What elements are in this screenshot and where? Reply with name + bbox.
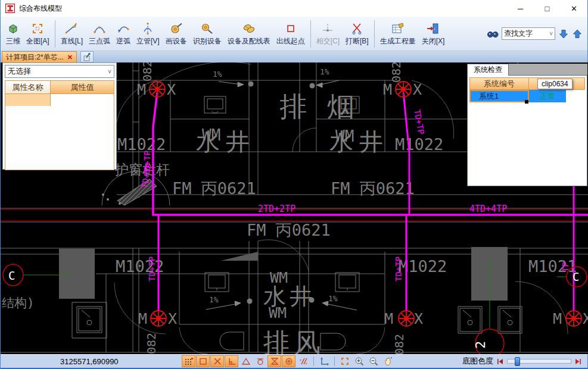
device-symbol xyxy=(151,311,166,326)
cad-canvas[interactable]: 1% 1% 1% 1% M1022 M1022 M1022 M1022 M102… xyxy=(1,62,588,354)
system-status-cell: 正常 xyxy=(529,90,566,102)
center-snap-toggle[interactable] xyxy=(282,355,295,367)
toolbar-separator xyxy=(55,20,55,48)
chroma-slider-thumb[interactable] xyxy=(515,357,520,366)
chevron-down-icon[interactable]: ˅ xyxy=(549,30,553,37)
tab-calc-project[interactable]: 计算项目:2*单芯... ✕ xyxy=(2,51,77,62)
svg-text:X: X xyxy=(583,310,588,327)
system-id-header[interactable]: 系统编号 xyxy=(469,77,529,90)
riser-icon xyxy=(141,21,155,36)
intersection-snap-toggle[interactable] xyxy=(210,355,224,367)
pin-icon xyxy=(82,52,92,62)
svg-text:1%: 1% xyxy=(328,294,338,303)
svg-text:4TD+4TP: 4TD+4TP xyxy=(469,204,507,214)
pin-tab-button[interactable] xyxy=(80,51,94,62)
app-window: 综合布线模型 ─ □ ✕ 三维 全图[A] 直线[L] 三点弧 逆弧 xyxy=(0,0,588,369)
properties-empty-area xyxy=(5,106,114,170)
prop-name-cell[interactable] xyxy=(5,93,51,106)
tab-system-check[interactable]: 系统检查 xyxy=(467,64,509,76)
pan-button[interactable] xyxy=(381,355,394,367)
svg-text:C: C xyxy=(8,269,15,282)
toolbar-btn-identify-device[interactable]: 识别设备 xyxy=(190,18,225,49)
reverse-arc-icon xyxy=(116,21,130,36)
chevron-down-icon[interactable]: ˅ xyxy=(108,68,111,75)
binoculars-icon xyxy=(487,28,499,40)
zoom-out-button[interactable] xyxy=(366,355,380,367)
svg-text:1%: 1% xyxy=(209,295,219,304)
parallel-snap-toggle[interactable] xyxy=(296,355,310,367)
toolbar-btn-line[interactable]: 直线[L] xyxy=(58,18,86,49)
coordinates-readout: 3125571,690990 xyxy=(60,357,132,366)
selection-handle[interactable] xyxy=(525,100,528,104)
toolbar-btn-device-wiring-table[interactable]: 设备及配线表 xyxy=(225,18,273,49)
svg-text:排风: 排风 xyxy=(263,327,325,354)
toolbar-btn-break[interactable]: 打断[B] xyxy=(343,18,372,49)
cross-icon xyxy=(213,357,222,365)
zoom-in-icon xyxy=(354,356,365,367)
statusbar-separator xyxy=(334,357,335,366)
cube-3d-icon xyxy=(6,21,20,36)
axes-icon xyxy=(319,357,329,366)
tangent-snap-toggle[interactable] xyxy=(253,355,267,367)
axes-toggle[interactable] xyxy=(317,355,331,367)
svg-text:1%: 1% xyxy=(213,70,222,79)
find-prev-button[interactable] xyxy=(572,29,583,39)
toolbar-btn-generate-quantities[interactable]: 生成工程量 xyxy=(377,18,419,49)
prop-name-header[interactable]: 属性名称 xyxy=(5,81,51,93)
zoom-out-icon xyxy=(368,356,379,367)
endpoint-snap-toggle[interactable] xyxy=(196,355,210,367)
search-input[interactable]: 查找文字 ˅ xyxy=(502,27,555,40)
selection-dropdown[interactable]: 无选择 ˅ xyxy=(5,65,114,78)
close-button[interactable]: ✕ xyxy=(561,0,587,17)
perpendicular-icon xyxy=(227,357,237,365)
prop-value-header[interactable]: 属性值 xyxy=(51,81,114,93)
toolbar-btn-reverse-arc[interactable]: 逆弧 xyxy=(113,18,133,49)
svg-text:FM 丙0621: FM 丙0621 xyxy=(331,179,415,198)
toolbar-btn-full-view[interactable]: 全图[A] xyxy=(23,18,52,49)
quantities-icon xyxy=(391,21,405,36)
toolbar-btn-close-model[interactable]: 关闭[X] xyxy=(419,18,448,49)
document-tabbar: 计算项目:2*单芯... ✕ xyxy=(1,51,587,62)
zoom-in-button[interactable] xyxy=(352,355,366,367)
draw-device-icon xyxy=(169,21,183,36)
minimize-button[interactable]: ─ xyxy=(507,0,534,17)
svg-text:TD+TP: TD+TP xyxy=(412,109,426,135)
pan-hand-icon xyxy=(382,356,393,367)
properties-table: 属性名称 属性值 xyxy=(5,80,114,170)
full-extent-icon xyxy=(30,21,45,36)
find-next-button[interactable] xyxy=(558,29,569,39)
statusbar-separator xyxy=(313,357,314,366)
system-id-cell[interactable]: 系统1 xyxy=(469,90,529,102)
hourglass-snap-toggle[interactable] xyxy=(267,355,281,367)
chroma-min-button[interactable] xyxy=(497,358,503,365)
prop-value-cell[interactable] xyxy=(51,93,114,106)
svg-text:M: M xyxy=(137,81,146,98)
svg-text:C: C xyxy=(573,270,579,283)
perpendicular-snap-toggle[interactable] xyxy=(225,355,238,367)
svg-text:FM 丙0621: FM 丙0621 xyxy=(172,179,256,198)
svg-text:M: M xyxy=(384,310,393,327)
svg-text:X: X xyxy=(414,310,423,327)
tooltip: clip0634 xyxy=(537,79,573,89)
svg-text:X: X xyxy=(167,81,176,98)
zoom-extents-button[interactable] xyxy=(338,355,351,367)
svg-text:TD+TP: TD+TP xyxy=(394,257,403,282)
toolbar-btn-three-point-arc[interactable]: 三点弧 xyxy=(86,18,113,49)
toolbar-btn-3d[interactable]: 三维 xyxy=(3,18,23,49)
svg-text:WM: WM xyxy=(202,126,220,144)
svg-text:WM: WM xyxy=(269,304,287,321)
svg-text:TD+TP: TD+TP xyxy=(147,257,157,282)
toolbar-btn-riser[interactable]: 立管[V] xyxy=(133,18,163,49)
svg-text:X: X xyxy=(413,81,422,98)
tab-close-icon[interactable]: ✕ xyxy=(67,54,73,61)
chroma-max-button[interactable] xyxy=(575,358,581,365)
toolbar-btn-draw-device[interactable]: 画设备 xyxy=(163,18,190,49)
svg-text:082: 082 xyxy=(144,333,158,354)
midpoint-snap-toggle[interactable] xyxy=(239,355,253,367)
svg-text:WM: WM xyxy=(335,127,354,145)
chroma-slider[interactable] xyxy=(507,359,571,364)
toolbar-btn-outlet-start[interactable]: 出线起点 xyxy=(273,18,308,49)
grid-snap-toggle[interactable] xyxy=(182,355,195,367)
property-row[interactable] xyxy=(5,93,114,106)
maximize-button[interactable]: □ xyxy=(534,0,561,17)
